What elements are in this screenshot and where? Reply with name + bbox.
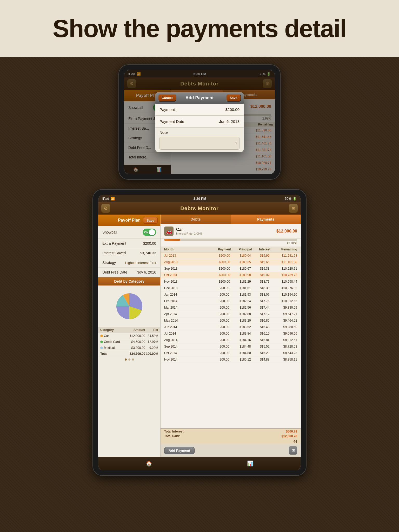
total-paid-value: $12,600.78 — [282, 434, 297, 438]
modal-date-label: Payment Date — [159, 119, 184, 124]
table-row: Nov 2014 200.00 $185.12 $14.88 $8,358.11 — [161, 356, 301, 363]
modal-date-value: Jun 6, 2013 — [219, 119, 240, 124]
mail-icon[interactable]: ✉ — [289, 446, 297, 455]
table-row: Mar 2014 200.00 $182.56 $17.44 $9,830.09 — [161, 304, 301, 311]
bottom-debt-free-value: Nov 6, 2016 — [137, 270, 156, 274]
page-number: 44 — [294, 440, 297, 443]
modal-date-row: Payment Date Jun 6, 2013 — [155, 116, 244, 128]
table-row: Jul 2013 $200.00 $180.04 $19.96 $11,281.… — [161, 252, 301, 259]
add-payment-button[interactable]: Add Payment — [164, 447, 195, 454]
bottom-left-header: Payoff Plan Save — [98, 215, 160, 226]
table-row: Aug 2014 200.00 $184.16 $15.84 $8,912.51 — [161, 337, 301, 343]
category-table-header: Category Amount Pct — [98, 327, 160, 333]
modal-header: Cancel Add Payment Save — [155, 92, 244, 104]
cat-col-amount: Amount — [124, 328, 145, 332]
list-item: Credit Card $4,500.00 12.97% — [98, 339, 160, 345]
cat-dot-medical — [100, 347, 103, 349]
modal-payment-value: $200.00 — [225, 107, 240, 112]
modal-payment-row: Payment $200.00 — [155, 104, 244, 116]
cat-amount-creditcard: $4,500.00 — [124, 340, 145, 344]
dot-1 — [125, 358, 127, 361]
modal-note-input[interactable]: › — [159, 137, 240, 150]
bottom-app-titlebar: ⚙ Debts Monitor ⊞ — [98, 202, 301, 215]
cat-dot-creditcard — [100, 341, 103, 343]
footer-total-paid-row: Total Paid: $12,600.78 — [161, 434, 301, 439]
bottom-extra-payment-row: Extra Payment $200.00 — [98, 239, 160, 248]
table-row: Aug 2013 $200.00 $180.35 $19.65 $11,101.… — [161, 259, 301, 265]
bottom-ipad-frame: iPad 📶 3:29 PM 50% 🔋 ⚙ Debts Monitor ⊞ — [93, 190, 306, 475]
bottom-extra-value: $200.00 — [143, 241, 156, 245]
modal-note-label: Note — [159, 130, 240, 135]
th-principal: Principal — [235, 248, 256, 251]
bottom-interest-saved-value: $3,746.33 — [140, 251, 156, 255]
bottom-tab-debts[interactable]: Debts — [161, 215, 231, 224]
dot-3 — [132, 358, 134, 361]
footer-page-row: 44 — [161, 439, 301, 444]
cat-name-creditcard: Credit Card — [104, 340, 124, 344]
bottom-left-panel: Payoff Plan Save Snowball ON Extra Payme… — [98, 215, 161, 457]
modal-overlay: Cancel Add Payment Save Payment $200.00 … — [124, 70, 275, 174]
modal-cancel-button[interactable]: Cancel — [158, 94, 176, 102]
table-row: Jul 2014 200.00 $183.84 $16.16 $9,096.66 — [161, 330, 301, 337]
cat-amount-car: $12,000.00 — [124, 334, 145, 338]
bottom-device-label: iPad — [102, 197, 109, 201]
th-month: Month — [164, 248, 214, 251]
bottom-pie-container — [98, 285, 160, 327]
nav-more[interactable]: 📊 — [247, 460, 254, 467]
bottom-grid-button[interactable]: ⊞ — [289, 204, 298, 213]
bottom-snowball-row: Snowball ON — [98, 226, 160, 239]
table-row: Dec 2013 200.00 $181.61 $18.39 $10,376.8… — [161, 285, 301, 291]
table-row: Oct 2014 200.00 $184.80 $15.20 $8,543.23 — [161, 350, 301, 356]
bottom-strategy-row: Strategy Highest Interest First — [98, 258, 160, 268]
th-remaining: Remaining — [274, 248, 297, 251]
bottom-interest-saved-label: Interest Saved — [102, 251, 126, 255]
cat-dot-car — [100, 335, 103, 337]
table-row: Feb 2014 200.00 $182.24 $17.76 $10,012.6… — [161, 298, 301, 304]
table-row: Jun 2014 200.00 $183.52 $16.48 $9,280.50 — [161, 324, 301, 330]
home-nav-icon: 🏠 — [146, 460, 152, 467]
bottom-save-button[interactable]: Save — [143, 217, 158, 224]
modal-save-button[interactable]: Save — [226, 94, 241, 102]
bottom-interest-saved-row: Interest Saved $3,746.33 — [98, 248, 160, 258]
nav-home[interactable]: 🏠 — [146, 460, 152, 467]
footer-totals-container: Total Interest: $600.78 Total Paid: $12,… — [161, 428, 301, 444]
cat-amount-total: $34,700.00 — [124, 352, 145, 356]
modal-payment-label: Payment — [159, 107, 175, 112]
cat-name-car: Car — [104, 334, 124, 338]
background-section: iPad 📶 5:30 PM 39% 🔋 ⚙ Debts Monitor ⊞ — [0, 57, 399, 532]
bottom-payoff-title: Payoff Plan — [118, 218, 141, 223]
total-paid-label: Total Paid: — [164, 434, 180, 438]
total-interest-value: $600.78 — [286, 430, 297, 433]
bottom-snowball-toggle[interactable]: ON — [143, 229, 156, 236]
cat-amount-medical: $3,200.00 — [124, 346, 145, 350]
cat-col-category: Category — [100, 328, 124, 332]
bottom-table-header: Month Payment Principal Interest Remaini… — [161, 247, 301, 252]
pagination-dots — [98, 357, 160, 362]
bottom-car-header: 🚗 Car Interest Rate: 2.09% $12,000.00 — [161, 224, 301, 239]
modal-chevron-icon: › — [235, 141, 237, 145]
top-ipad-screen: iPad 📶 5:30 PM 39% 🔋 ⚙ Debts Monitor ⊞ — [124, 70, 275, 174]
bottom-tabs-bar: Debts Payments — [161, 215, 301, 224]
bottom-gear-button[interactable]: ⚙ — [101, 204, 110, 213]
bottom-debt-by-category-header: Debt by Category — [98, 277, 160, 285]
table-row: Apr 2014 200.00 $182.88 $17.12 $9,647.21 — [161, 311, 301, 317]
bottom-toggle-knob — [149, 229, 155, 235]
bottom-car-name: Car — [176, 227, 202, 232]
page-title: Show the payments detail — [53, 14, 347, 43]
bottom-progress-container: 12.01% — [161, 239, 301, 247]
table-row: May 2014 200.00 $183.20 $16.80 $9,464.02 — [161, 317, 301, 324]
header-section: Show the payments detail — [0, 0, 399, 57]
cat-name-total: Total — [100, 352, 124, 356]
table-row: Nov 2013 $200.00 $181.29 $18.71 $10,558.… — [161, 278, 301, 285]
bottom-battery: 50% — [285, 197, 291, 201]
bottom-strategy-value: Highest Interest First — [125, 261, 156, 265]
more-nav-icon: 📊 — [247, 460, 254, 467]
bottom-progress-pct: 12.01% — [164, 241, 297, 245]
add-payment-modal: Cancel Add Payment Save Payment $200.00 … — [155, 92, 244, 152]
bottom-ipad-screen: iPad 📶 3:29 PM 50% 🔋 ⚙ Debts Monitor ⊞ — [98, 195, 301, 470]
bottom-status-bar: iPad 📶 3:29 PM 50% 🔋 — [98, 195, 301, 202]
bottom-tab-payments[interactable]: Payments — [231, 215, 301, 224]
cat-pct-creditcard: 12.97% — [145, 340, 158, 344]
modal-note-section: Note › — [155, 128, 244, 152]
bottom-nav: 🏠 📊 — [98, 457, 301, 470]
